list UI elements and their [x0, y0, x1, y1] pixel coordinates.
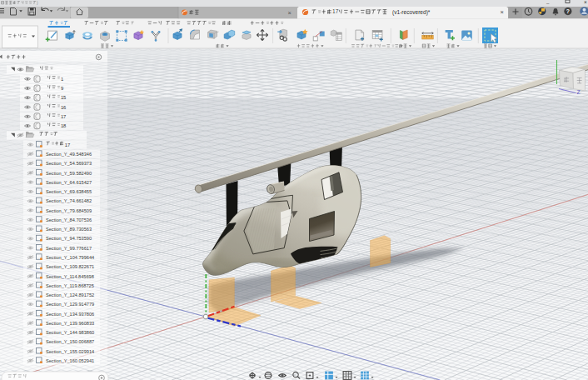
svg-text:×: ×: [584, 0, 587, 5]
svg-text:Section_Y_49.548346: Section_Y_49.548346: [46, 152, 92, 157]
svg-text:Section_Y_129.914779: Section_Y_129.914779: [46, 302, 94, 307]
svg-text:Section_Y_139.960833: Section_Y_139.960833: [46, 321, 94, 326]
svg-text:9: 9: [61, 86, 63, 91]
svg-text:15: 15: [61, 95, 66, 100]
svg-text:Section_Y_74.661482: Section_Y_74.661482: [46, 198, 92, 203]
svg-text:Section_Y_104.799644: Section_Y_104.799644: [46, 255, 94, 260]
svg-text:Section_Y_119.868725: Section_Y_119.868725: [46, 283, 94, 288]
svg-text:Section_Y_144.983860: Section_Y_144.983860: [46, 330, 94, 335]
svg-text:(v1-recovered)*: (v1-recovered)*: [392, 9, 431, 16]
svg-text:Section_Y_109.822671: Section_Y_109.822671: [46, 264, 94, 269]
svg-text:Section_Y_134.937806: Section_Y_134.937806: [46, 312, 94, 317]
svg-text:18: 18: [61, 123, 66, 128]
svg-text:Section_Y_59.582490: Section_Y_59.582490: [46, 171, 92, 176]
svg-text:Section_Y_94.753590: Section_Y_94.753590: [46, 236, 92, 241]
svg-text:17: 17: [332, 8, 339, 14]
svg-text:Section_Y_155.029914: Section_Y_155.029914: [46, 349, 94, 354]
svg-text:Section_Y_69.638455: Section_Y_69.638455: [46, 189, 92, 194]
svg-text:×: ×: [501, 8, 504, 16]
svg-text:Section_Y_160.052941: Section_Y_160.052941: [46, 358, 94, 363]
svg-text:17: 17: [65, 142, 70, 148]
svg-text:16: 16: [61, 105, 66, 110]
svg-text:×: ×: [288, 9, 292, 17]
svg-text:Section_Y_114.845698: Section_Y_114.845698: [46, 274, 94, 279]
svg-text:Section_Y_150.006887: Section_Y_150.006887: [46, 339, 94, 344]
svg-text:1: 1: [61, 77, 63, 82]
svg-text:Section_Y_64.615427: Section_Y_64.615427: [46, 180, 92, 185]
svg-text:17: 17: [61, 114, 66, 119]
svg-text:Section_Y_54.569373: Section_Y_54.569373: [46, 161, 92, 166]
svg-text:Section_Y_99.776617: Section_Y_99.776617: [46, 246, 92, 251]
svg-text:Section_Y_84.707536: Section_Y_84.707536: [46, 218, 92, 222]
svg-text:Section_Y_124.891752: Section_Y_124.891752: [46, 292, 94, 298]
svg-text:Section_Y_89.730563: Section_Y_89.730563: [46, 227, 92, 232]
svg-text:Section_Y_79.684509: Section_Y_79.684509: [46, 208, 92, 213]
svg-text:?: ?: [566, 8, 570, 14]
